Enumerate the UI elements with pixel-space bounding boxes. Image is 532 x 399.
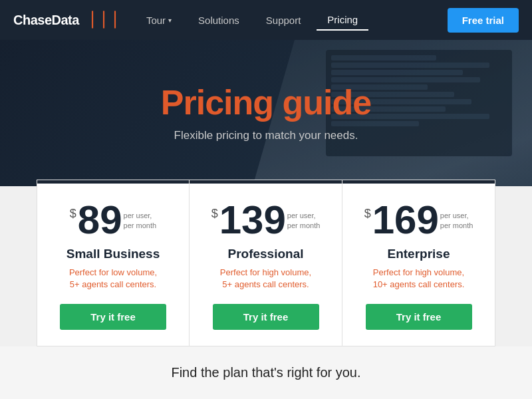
try-free-button-pro[interactable]: Try it free [213, 304, 319, 330]
plan-card-small-business: $ 89 per user, per month Small Business … [37, 180, 190, 346]
pricing-cards: $ 89 per user, per month Small Business … [0, 186, 532, 346]
logo[interactable]: ChaseData ▕▕▕ [13, 11, 116, 29]
free-trial-button[interactable]: Free trial [448, 8, 519, 33]
try-free-button-ent[interactable]: Try it free [366, 304, 472, 330]
price-row: $ 89 per user, per month [53, 200, 173, 240]
logo-icon: ▕▕▕ [82, 11, 116, 29]
nav-solutions[interactable]: Solutions [188, 11, 250, 30]
nav-support[interactable]: Support [255, 11, 312, 30]
comparison-title: Find the plan that's right for you. [27, 365, 505, 380]
card-accent [37, 180, 189, 184]
price-amount: 89 [78, 200, 122, 240]
card-accent [342, 180, 495, 184]
plan-description: Perfect for low volume,5+ agents call ce… [53, 267, 173, 291]
plan-name: Small Business [53, 247, 173, 261]
currency-symbol: $ [211, 207, 218, 221]
hero-title: Pricing guide [161, 84, 371, 122]
try-free-button-small[interactable]: Try it free [60, 304, 166, 330]
chevron-down-icon: ▾ [168, 17, 172, 24]
nav-links: Tour ▾ Solutions Support Pricing [136, 10, 448, 31]
currency-symbol: $ [364, 207, 371, 221]
nav-tour[interactable]: Tour ▾ [136, 11, 182, 30]
table-header-row: Small Business Professional Enterprise [27, 394, 505, 399]
navbar: ChaseData ▕▕▕ Tour ▾ Solutions Support P… [0, 0, 532, 40]
comparison-table: Small Business Professional Enterprise M… [27, 394, 505, 399]
nav-pricing[interactable]: Pricing [317, 10, 368, 31]
hero-section: Pricing guide Flexible pricing to match … [0, 40, 532, 186]
plan-card-professional: $ 139 per user, per month Professional P… [190, 180, 342, 346]
card-accent [190, 180, 342, 184]
col-header-small: Small Business [156, 394, 291, 399]
plan-name: Professional [205, 247, 326, 261]
col-header-ent: Enterprise [406, 394, 505, 399]
comparison-section: Find the plan that's right for you. Smal… [0, 346, 532, 399]
plan-name: Enterprise [358, 247, 479, 261]
price-amount: 139 [219, 200, 286, 240]
plan-description: Perfect for high volume,5+ agents call c… [205, 267, 326, 291]
hero-content: Pricing guide Flexible pricing to match … [161, 84, 371, 142]
price-period: per user, per month [287, 211, 321, 231]
price-row: $ 139 per user, per month [205, 200, 326, 240]
plan-card-enterprise: $ 169 per user, per month Enterprise Per… [342, 180, 495, 346]
hero-subtitle: Flexible pricing to match your needs. [161, 129, 371, 142]
price-period: per user, per month [124, 211, 157, 231]
plan-description: Perfect for high volume,10+ agents call … [358, 267, 479, 291]
col-header-pro: Professional [291, 394, 406, 399]
price-period: per user, per month [440, 211, 473, 231]
logo-text: ChaseData [13, 13, 79, 28]
price-row: $ 169 per user, per month [358, 200, 479, 240]
price-amount: 169 [372, 200, 439, 240]
col-header-feature [27, 394, 156, 399]
currency-symbol: $ [70, 207, 76, 221]
